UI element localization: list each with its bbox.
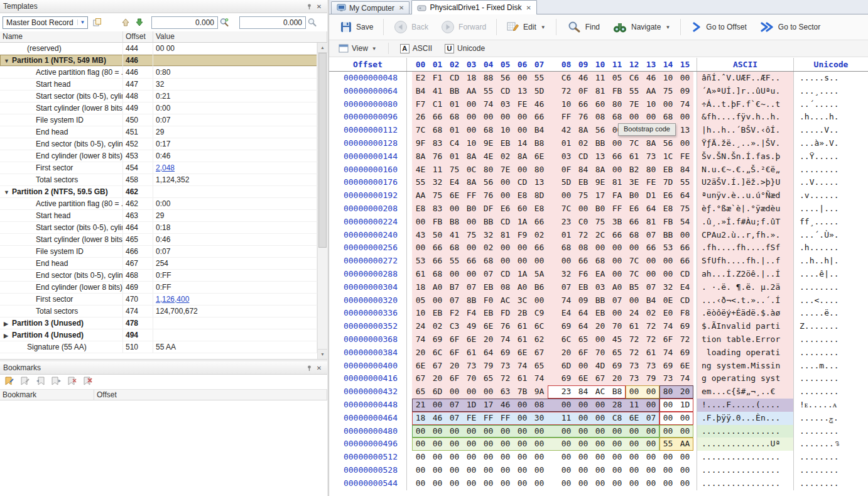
- hex-byte[interactable]: AA: [676, 438, 693, 451]
- hex-byte[interactable]: 7E: [497, 163, 514, 177]
- field-value[interactable]: 0:46: [153, 234, 317, 245]
- template-field-row[interactable]: End sector (bits 0-5), cylin... 452 0:17: [0, 138, 317, 150]
- hex-byte[interactable]: E4: [446, 176, 463, 189]
- hex-byte[interactable]: 07: [643, 229, 659, 242]
- hex-byte[interactable]: D1: [643, 189, 659, 202]
- hex-byte[interactable]: 00: [497, 477, 514, 490]
- hex-byte[interactable]: 00: [626, 385, 643, 399]
- hex-byte[interactable]: 00: [592, 333, 609, 346]
- hex-bytes[interactable]: 206C6F6164696E67206F706572617469: [407, 346, 697, 360]
- hex-bytes[interactable]: 0500078BF0AC3C007409BB0700B40ECD: [407, 294, 697, 307]
- hex-byte[interactable]: 23: [548, 216, 575, 229]
- hex-byte[interactable]: 9A: [531, 385, 548, 399]
- field-value[interactable]: 254: [153, 258, 317, 269]
- hex-byte[interactable]: 18: [463, 72, 480, 85]
- hex-byte[interactable]: 67: [592, 372, 609, 385]
- hex-byte[interactable]: 63: [497, 385, 514, 399]
- hex-byte[interactable]: 72: [626, 346, 643, 360]
- hex-bytes[interactable]: 5366556668000000006668007C000066: [407, 255, 697, 268]
- hex-byte[interactable]: FB: [659, 216, 676, 229]
- hex-byte[interactable]: 6E: [480, 320, 497, 333]
- hex-byte[interactable]: 55: [626, 85, 643, 98]
- hex-bytes[interactable]: 00000000000000000000000000000000: [407, 425, 697, 438]
- hex-byte[interactable]: 66: [531, 241, 548, 255]
- hex-byte[interactable]: 61: [626, 150, 643, 163]
- field-value[interactable]: 0:07: [153, 114, 317, 126]
- hex-byte[interactable]: 00: [514, 163, 531, 177]
- hex-byte[interactable]: 73: [643, 150, 659, 163]
- hex-byte[interactable]: 00: [514, 412, 531, 425]
- hex-byte[interactable]: 49: [463, 320, 480, 333]
- unicode-cell[interactable]: ........: [794, 464, 868, 477]
- hex-byte[interactable]: 6E: [412, 360, 429, 373]
- templates-scrollbar[interactable]: ▲ ▼: [317, 43, 327, 359]
- hex-byte[interactable]: 00: [497, 464, 514, 477]
- ascii-cell[interactable]: ah...Í.Z2öê.|..Í: [697, 268, 794, 281]
- hex-byte[interactable]: E0: [659, 307, 676, 320]
- hex-byte[interactable]: 68: [429, 268, 446, 281]
- hex-byte[interactable]: 00: [643, 111, 659, 124]
- hex-byte[interactable]: 00: [412, 477, 429, 490]
- hex-byte[interactable]: FA: [609, 189, 626, 202]
- tab-physicaldrive1[interactable]: PhysicalDrive1 - Fixed Disk ✕: [411, 0, 536, 14]
- hex-byte[interactable]: 00: [626, 464, 643, 477]
- hex-byte[interactable]: 00: [676, 425, 693, 438]
- hex-byte[interactable]: 69: [429, 333, 446, 346]
- hex-byte[interactable]: 18: [412, 412, 429, 425]
- hex-byte[interactable]: 9E: [480, 137, 497, 150]
- hex-byte[interactable]: 74: [514, 360, 531, 373]
- hex-byte[interactable]: 18: [412, 281, 429, 294]
- hex-byte[interactable]: 07: [480, 268, 497, 281]
- hex-byte[interactable]: 00: [548, 451, 575, 464]
- hex-byte[interactable]: F1: [429, 72, 446, 85]
- hex-byte[interactable]: 74: [548, 294, 575, 307]
- hex-byte[interactable]: EB: [480, 307, 497, 320]
- hex-byte[interactable]: 76: [480, 189, 497, 202]
- hex-byte[interactable]: 00: [609, 255, 626, 268]
- hex-byte[interactable]: AA: [412, 189, 429, 202]
- field-value[interactable]: 0:18: [153, 222, 317, 233]
- hex-byte[interactable]: 00: [463, 268, 480, 281]
- hex-byte[interactable]: B4: [531, 124, 548, 137]
- ascii-cell[interactable]: . ·.ë. ¶.ë. µ.2ä: [697, 281, 794, 294]
- ascii-cell[interactable]: ................: [697, 464, 794, 477]
- hex-byte[interactable]: 55: [659, 438, 676, 451]
- hex-bytes[interactable]: 18A0B707EB08A0B607EB03A0B50732E4: [407, 281, 697, 294]
- ascii-cell[interactable]: ªunÿv.è..u.ú°Ñæd: [697, 189, 794, 202]
- hex-byte[interactable]: 11: [548, 412, 575, 425]
- hex-row[interactable]: 00000000368 74696F6E207461626C6500457272…: [329, 333, 868, 346]
- hex-byte[interactable]: FE: [676, 150, 693, 163]
- hex-byte[interactable]: 6E: [463, 333, 480, 346]
- hex-byte[interactable]: E4: [548, 307, 575, 320]
- hex-byte[interactable]: 7B: [514, 385, 531, 399]
- hex-byte[interactable]: 65: [609, 346, 626, 360]
- hex-byte[interactable]: EB: [575, 176, 592, 189]
- unicode-cell[interactable]: ...<....: [794, 294, 868, 307]
- hex-byte[interactable]: 46: [429, 412, 446, 425]
- hex-byte[interactable]: 75: [463, 229, 480, 242]
- hex-byte[interactable]: AA: [643, 85, 659, 98]
- hex-byte[interactable]: 66: [676, 255, 693, 268]
- hex-byte[interactable]: 5D: [548, 176, 575, 189]
- hex-byte[interactable]: 00: [575, 425, 592, 438]
- hex-byte[interactable]: CD: [676, 268, 693, 281]
- hex-byte[interactable]: 00: [643, 477, 659, 490]
- unicode-cell[interactable]: ..´.....: [794, 98, 868, 111]
- hex-byte[interactable]: 80: [531, 163, 548, 177]
- hex-byte[interactable]: 20: [592, 320, 609, 333]
- hex-byte[interactable]: 00: [609, 477, 626, 490]
- template-field-row[interactable]: Start head 463 29: [0, 210, 317, 222]
- unicode-cell[interactable]: .....s..: [794, 72, 868, 85]
- hex-byte[interactable]: 00: [548, 399, 575, 412]
- hex-byte[interactable]: 07: [446, 399, 463, 412]
- hex-byte[interactable]: F4: [463, 307, 480, 320]
- field-value[interactable]: 0:80: [153, 67, 317, 78]
- hex-byte[interactable]: 72: [575, 229, 592, 242]
- hex-byte[interactable]: 1D: [463, 399, 480, 412]
- hex-byte[interactable]: 01: [548, 137, 575, 150]
- hex-byte[interactable]: 6F: [575, 346, 592, 360]
- hex-byte[interactable]: 00: [446, 425, 463, 438]
- hex-byte[interactable]: 74: [531, 372, 548, 385]
- ascii-cell[interactable]: .F.þÿÿ.0...Èn...: [697, 412, 794, 425]
- field-value[interactable]: 1,124,352: [153, 174, 317, 185]
